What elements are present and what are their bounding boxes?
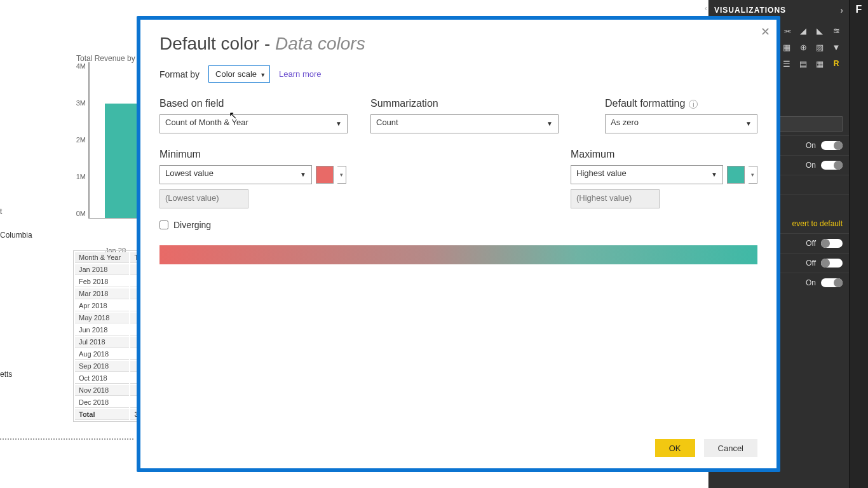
treemap-icon[interactable]: ▦ [779,39,794,55]
dialog-title: Default color - Data colors [159,34,757,54]
table-total-label: Total [75,409,129,420]
table-cell: Aug 2018 [75,349,129,360]
expand-chevron-icon[interactable]: › [840,5,844,15]
table-cell: Dec 2018 [75,397,129,408]
table-cell: May 2018 [75,313,129,323]
table-cell: Sep 2018 [75,361,129,372]
maximum-color-dropdown-icon[interactable]: ▾ [749,166,757,184]
chart-title: Total Revenue by [76,54,135,63]
ok-button[interactable]: OK [655,439,695,457]
toggle-switch[interactable] [821,141,843,150]
based-on-field-select[interactable]: Count of Month & Year [159,114,348,133]
table-cell: Jul 2018 [75,337,129,348]
toggle-state: Off [806,259,816,268]
maximum-value-input[interactable]: (Highest value) [571,189,660,208]
toggle-state: On [806,278,816,287]
toggle-state: Off [806,239,816,248]
cancel-button[interactable]: Cancel [704,439,757,457]
diverging-label: Diverging [173,220,211,230]
y-axis-line [88,62,90,219]
format-by-select[interactable]: Color scale [208,65,270,83]
toggle-switch[interactable] [821,259,843,268]
close-icon[interactable]: ✕ [761,25,770,39]
diverging-checkbox[interactable] [159,220,168,229]
default-formatting-label: Default formattingi [605,98,757,109]
table-cell: Nov 2018 [75,385,129,396]
info-icon[interactable]: i [689,100,698,109]
format-by-label: Format by [159,69,200,79]
area-chart-icon[interactable]: ◢ [796,23,811,38]
maximum-label: Maximum [571,149,757,160]
slicer-icon[interactable]: ☰ [779,56,794,71]
fields-panel-collapsed[interactable]: F [849,0,868,488]
table-cell: Mar 2018 [75,288,129,299]
table-cell: Jun 2018 [75,325,129,336]
filled-map-icon[interactable]: ▨ [812,39,827,55]
color-gradient-preview [159,245,757,264]
toggle-state: On [806,141,816,150]
table-cell: Oct 2018 [75,373,129,384]
y-axis-ticks: 4M 3M 2M 1M 0M [67,62,86,247]
minimum-color-dropdown-icon[interactable]: ▾ [337,166,346,184]
toggle-switch[interactable] [821,278,843,287]
funnel-icon[interactable]: ▼ [829,39,844,55]
matrix-icon[interactable]: ▦ [812,56,827,71]
based-on-field-label: Based on field [159,98,348,109]
summarization-select[interactable]: Count [370,114,559,133]
panel-title: VISUALIZATIONS [714,6,786,15]
slicer-fragment: t Columbia etts [0,203,32,393]
visual-placeholder-border [0,438,133,440]
learn-more-link[interactable]: Learn more [279,69,321,79]
chart-bar[interactable] [105,104,137,218]
r-visual-icon[interactable]: R [829,56,844,71]
maximum-select[interactable]: Highest value [571,165,723,184]
summarization-label: Summarization [370,98,559,109]
toggle-state: On [806,161,816,170]
collapse-chevron-icon[interactable]: ‹ [705,4,707,13]
line-chart-icon[interactable]: ⫘ [779,23,794,38]
minimum-select[interactable]: Lowest value [159,165,312,184]
table-cell: Jan 2018 [75,264,129,275]
minimum-color-swatch[interactable] [316,166,334,184]
table-cell: Apr 2018 [75,301,129,311]
toggle-switch[interactable] [821,239,843,248]
minimum-value-input[interactable]: (Lowest value) [159,189,248,208]
default-formatting-select[interactable]: As zero [605,114,757,133]
map-icon[interactable]: ⊕ [796,39,811,55]
ribbon-chart-icon[interactable]: ≋ [829,23,844,38]
minimum-label: Minimum [159,149,346,160]
table-cell: Feb 2018 [75,276,129,287]
default-color-dialog: ✕ Default color - Data colors Format by … [137,16,780,472]
maximum-color-swatch[interactable] [727,166,745,184]
stacked-area-icon[interactable]: ◣ [812,23,827,38]
table-icon[interactable]: ▤ [796,56,811,71]
table-header: Month & Year [75,252,129,263]
toggle-switch[interactable] [821,161,843,170]
